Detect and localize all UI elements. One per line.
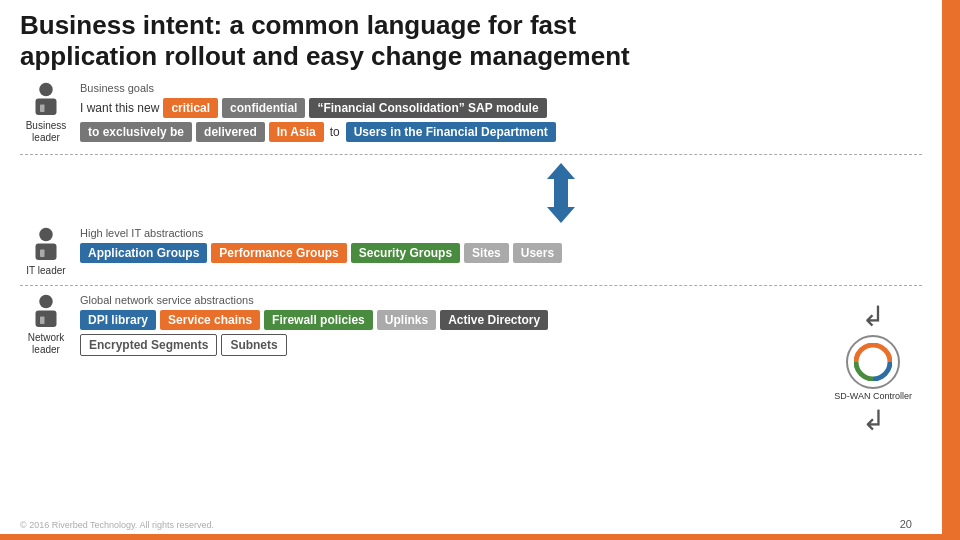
exclusively-be-tag: to exclusively be — [80, 122, 192, 142]
performance-groups-tag: Performance Groups — [211, 243, 346, 263]
page-title: Business intent: a common language for f… — [20, 10, 922, 72]
it-person-icon — [28, 227, 64, 263]
svg-rect-4 — [36, 244, 57, 261]
it-leader-label: IT leader — [26, 265, 65, 277]
network-row1: DPI library Service chains Firewall poli… — [80, 310, 922, 330]
person-icon — [28, 82, 64, 118]
security-groups-tag: Security Groups — [351, 243, 460, 263]
business-leader-label: Business leader — [20, 120, 72, 144]
firewall-policies-tag: Firewall policies — [264, 310, 373, 330]
svg-point-7 — [39, 295, 53, 309]
it-tags-row: Application Groups Performance Groups Se… — [80, 243, 922, 263]
sites-tag: Sites — [464, 243, 509, 263]
svg-point-0 — [39, 83, 53, 97]
service-chains-tag: Service chains — [160, 310, 260, 330]
svg-rect-9 — [40, 317, 45, 325]
users-tag: Users — [513, 243, 562, 263]
business-row2: to exclusively be delivered In Asia to U… — [80, 122, 922, 142]
network-leader-label: Network leader — [20, 332, 72, 356]
dpi-library-tag: DPI library — [80, 310, 156, 330]
footer-page: 20 — [900, 518, 912, 530]
svg-point-3 — [39, 228, 53, 242]
want-this-new-text: I want this new — [80, 101, 159, 115]
top-bar — [942, 0, 960, 540]
confidential-tag: confidential — [222, 98, 305, 118]
arrow-body — [554, 179, 568, 193]
business-row1: I want this new critical confidential “F… — [80, 98, 922, 118]
subnets-tag: Subnets — [221, 334, 286, 356]
double-arrow — [200, 163, 922, 223]
network-abstractions-header: Global network service abstractions — [80, 294, 922, 306]
title-line1: Business intent: a common language for f… — [20, 10, 576, 40]
in-asia-tag: In Asia — [269, 122, 324, 142]
arrow-down — [547, 207, 575, 223]
title-line2: application rollout and easy change mana… — [20, 41, 630, 71]
avatar-network-leader: Network leader — [20, 294, 72, 356]
svg-rect-5 — [40, 250, 45, 258]
network-abstractions-content: Global network service abstractions DPI … — [80, 294, 922, 360]
arrow-up — [547, 163, 575, 179]
application-groups-tag: Application Groups — [80, 243, 207, 263]
active-directory-tag: Active Directory — [440, 310, 548, 330]
sdwan-arrow-down: ↲ — [862, 404, 885, 437]
network-person-icon — [28, 294, 64, 330]
footer-copyright: © 2016 Riverbed Technology. All rights r… — [20, 520, 214, 530]
users-financial-dept-tag: Users in the Financial Department — [346, 122, 556, 142]
svg-rect-2 — [40, 105, 45, 113]
avatar-it-leader: IT leader — [20, 227, 72, 277]
critical-tag: critical — [163, 98, 218, 118]
it-abstractions-content: High level IT abstractions Application G… — [80, 227, 922, 267]
divider-1 — [20, 154, 922, 155]
divider-2 — [20, 285, 922, 286]
business-goals-content: Business goals I want this new critical … — [80, 82, 922, 146]
network-row2: Encrypted Segments Subnets — [80, 334, 922, 356]
svg-rect-1 — [36, 99, 57, 116]
delivered-tag: delivered — [196, 122, 265, 142]
section-business-goals: Business leader Business goals I want th… — [20, 82, 922, 146]
arrow-body2 — [554, 193, 568, 207]
financial-consolidation-tag: “Financial Consolidation” SAP module — [309, 98, 546, 118]
main-container: Business intent: a common language for f… — [0, 0, 942, 540]
sdwan-label: SD-WAN Controller — [834, 391, 912, 402]
to-text: to — [330, 125, 340, 139]
avatar-business-leader: Business leader — [20, 82, 72, 144]
section-network-leader: Network leader Global network service ab… — [20, 294, 922, 360]
svg-rect-8 — [36, 311, 57, 328]
it-abstractions-header: High level IT abstractions — [80, 227, 922, 239]
section-it-leader: IT leader High level IT abstractions App… — [20, 227, 922, 277]
business-goals-header: Business goals — [80, 82, 922, 94]
encrypted-segments-tag: Encrypted Segments — [80, 334, 217, 356]
uplinks-tag: Uplinks — [377, 310, 436, 330]
